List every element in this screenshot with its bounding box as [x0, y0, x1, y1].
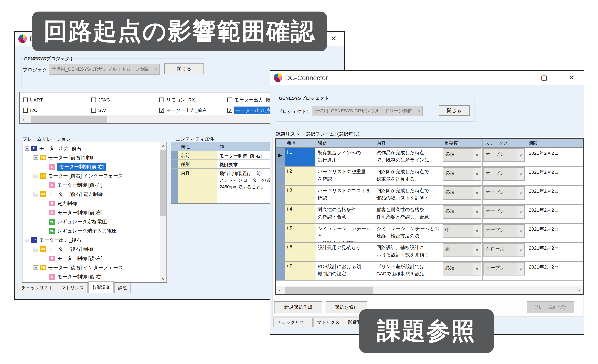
- tree-item[interactable]: − FB モーター [後右] インターフェース: [23, 263, 123, 272]
- issue-row-i5[interactable]: i.5 シミュレーションチームと の検証方法を確認 シミュレーションチームとの …: [276, 224, 583, 243]
- importance-combobox[interactable]: 高∨: [443, 243, 481, 256]
- attr-row-kind[interactable]: 種別 機能要求: [171, 160, 281, 169]
- checkbox-motor-out-front-right[interactable]: ✓ モーター出力_前右: [159, 107, 207, 114]
- column-header-due[interactable]: 期限: [526, 139, 583, 147]
- scroll-left-icon[interactable]: ‹: [276, 286, 284, 294]
- collapse-icon[interactable]: −: [25, 238, 29, 242]
- chevron-down-icon: ∨: [517, 206, 524, 218]
- row-selector: [276, 224, 285, 242]
- tree-item[interactable]: R 電力制御: [23, 199, 77, 208]
- tree-item-selected[interactable]: R モーター制御 [前-右]: [23, 162, 106, 171]
- tree-item[interactable]: − FB モーター [前右] インターフェース: [23, 171, 123, 181]
- issue-row-i3[interactable]: i.3 パーツリストのコストを 確認 回路図が完成した時点で 部品の総コストを計…: [276, 186, 583, 205]
- tree-item[interactable]: − FB モーター [前右] 制御: [23, 153, 93, 162]
- tree-item[interactable]: − Fr モーター出力_後右: [23, 235, 82, 245]
- minimize-icon[interactable]: —: [511, 74, 522, 81]
- collapse-icon[interactable]: −: [33, 155, 38, 160]
- checkbox-motor-out-rear1[interactable]: モーター出力_後: [227, 97, 270, 103]
- close-project-button[interactable]: 閉じる: [439, 105, 470, 116]
- collapse-icon[interactable]: −: [25, 146, 29, 151]
- tree-vscrollbar[interactable]: ∧ ∨: [160, 142, 166, 282]
- checkbox-icon: [91, 108, 96, 113]
- hscrollbar-thumb[interactable]: [31, 116, 107, 123]
- checkbox-motor-out-rear2[interactable]: ✓ モーター出力_後: [227, 107, 274, 114]
- tree-item[interactable]: R モーター制御 [後-右]: [23, 272, 102, 281]
- chevron-down-icon: ∨: [473, 168, 481, 180]
- status-combobox[interactable]: オープン∨: [483, 186, 525, 200]
- collapse-icon[interactable]: −: [33, 247, 38, 251]
- tree-item[interactable]: VR レギュレータ端子入力電圧: [23, 226, 117, 235]
- project-dropdown[interactable]: 予備用_GENESYS-CRサンプル：ドローン制御 ∨: [312, 106, 423, 116]
- tab-impact-survey[interactable]: 影響調査: [88, 281, 114, 293]
- issue-list-label: 課題リスト: [276, 131, 300, 137]
- hscrollbar-thumb[interactable]: [285, 287, 373, 294]
- issue-row-i7[interactable]: i.7 PCB設計における領 域制約の設定 プリント基板設計では、 CADで面積…: [276, 262, 583, 281]
- scroll-right-icon[interactable]: ›: [575, 286, 583, 294]
- checkbox-i2c[interactable]: I2C: [23, 107, 37, 114]
- requirement-icon: R: [49, 274, 55, 280]
- column-header-issue[interactable]: 課題: [316, 139, 374, 147]
- column-header-importance[interactable]: 重要度: [442, 139, 482, 147]
- tab-matrix[interactable]: マトリクス: [313, 318, 343, 327]
- checkbox-remocon-rx[interactable]: リモコン_RX: [159, 97, 195, 103]
- issue-table-hscrollbar[interactable]: ‹ ›: [276, 286, 583, 294]
- tree-item[interactable]: − Fr モーター出力_前右: [23, 144, 82, 153]
- status-combobox[interactable]: オープン∨: [483, 205, 525, 219]
- importance-combobox[interactable]: 必須∨: [443, 149, 481, 162]
- importance-combobox[interactable]: 必須∨: [443, 262, 481, 275]
- checkbox-sw[interactable]: SW: [91, 107, 106, 114]
- issue-row-i2[interactable]: i.2 パーツリストの総重量 を確認 回路図が完成した時点で 総重量を計算する。…: [276, 167, 583, 186]
- collapse-icon[interactable]: −: [33, 265, 38, 270]
- tree-item[interactable]: R モーター制御 [前-右]: [23, 208, 102, 217]
- attr-row-name[interactable]: 名前 モーター制御 [前-右]: [171, 151, 281, 160]
- collapse-icon[interactable]: −: [33, 174, 38, 178]
- scroll-left-icon[interactable]: ‹: [20, 115, 27, 123]
- frame-relation-tree: − Fr モーター出力_前右 − FB モーター [前右] 制御 R モーター制…: [22, 142, 167, 283]
- tab-issues[interactable]: 課題: [114, 283, 131, 293]
- tree-item[interactable]: − FB モーター [前右] 電力制御: [23, 190, 103, 199]
- issue-row-i6[interactable]: i.6 設計費用の見積もり 回路設計、基板設計に おける設計工数を見積も 高∨ …: [276, 243, 583, 262]
- column-header-content[interactable]: 内容: [374, 139, 442, 147]
- tree-item[interactable]: − FB モーター [後右] 制御: [23, 245, 93, 254]
- importance-combobox[interactable]: 必須∨: [443, 186, 481, 200]
- window2-title: DG-Connector: [285, 74, 328, 82]
- chevron-down-icon: ∨: [517, 263, 524, 275]
- tree-item[interactable]: R モーター制御 [前-右]: [23, 181, 102, 190]
- attr-row-content[interactable]: 内容 飛行制御装置は、前 と。メインローターの最大 2450rpmであること。: [171, 169, 281, 203]
- tree-item[interactable]: VR レギュレータ定格電圧: [23, 217, 107, 226]
- status-combobox[interactable]: オープン∨: [483, 149, 525, 162]
- tab-matrix[interactable]: マトリクス: [58, 283, 88, 293]
- maximize-icon[interactable]: ▢: [539, 74, 550, 82]
- entity-attributes-label: エンティティ属性: [175, 136, 214, 142]
- tab-checklist[interactable]: チェックリスト: [17, 283, 57, 293]
- new-issue-button[interactable]: 新規課題作成: [274, 301, 322, 313]
- status-combobox[interactable]: オープン∨: [483, 167, 525, 181]
- importance-combobox[interactable]: 必須∨: [443, 167, 481, 181]
- issue-row-i4[interactable]: i.4 耐久性の合格条件 の確認・合意 顧客と耐久性の合格条 件を顧客と確認し、…: [276, 205, 583, 224]
- project-dropdown[interactable]: 予備用_GENESYS-CRサンプル：ドローン制御 ∨: [49, 64, 160, 74]
- checkbox-jtag[interactable]: JTAG: [91, 97, 110, 103]
- scroll-down-icon[interactable]: ∨: [160, 275, 166, 282]
- chevron-down-icon: ∨: [517, 244, 524, 256]
- scroll-up-icon[interactable]: ∧: [160, 142, 166, 149]
- close-project-button[interactable]: 閉じる: [164, 63, 204, 74]
- close-icon[interactable]: ✕: [566, 74, 577, 82]
- tab-checklist[interactable]: チェックリスト: [273, 318, 313, 327]
- window2-titlebar[interactable]: DG-Connector — ▢ ✕: [270, 71, 584, 85]
- status-combobox[interactable]: オープン∨: [483, 262, 525, 275]
- importance-combobox[interactable]: 中∨: [443, 224, 481, 238]
- chevron-down-icon: ∨: [473, 187, 481, 199]
- tree-item[interactable]: R モーター制御 [後-右]: [23, 254, 102, 263]
- attr-selector-header: [171, 142, 178, 151]
- close-icon[interactable]: ✕: [328, 34, 339, 42]
- checkbox-uart[interactable]: UART: [23, 97, 43, 103]
- column-header-number[interactable]: 番号▲: [285, 139, 316, 147]
- vscrollbar-thumb[interactable]: [160, 150, 166, 216]
- status-combobox[interactable]: オープン∨: [483, 224, 525, 238]
- status-combobox[interactable]: クローズ∨: [483, 243, 525, 256]
- importance-combobox[interactable]: 必須∨: [443, 205, 481, 219]
- link-frame-button[interactable]: フレーム紐づけ: [527, 301, 574, 313]
- collapse-icon[interactable]: −: [33, 192, 38, 197]
- column-header-status[interactable]: ステータス: [482, 139, 526, 147]
- issue-row-i1[interactable]: ▶ i.1 既存製造ラインへの 試行適用 試作品が完成した時点 で、既存の生産ラ…: [276, 148, 583, 167]
